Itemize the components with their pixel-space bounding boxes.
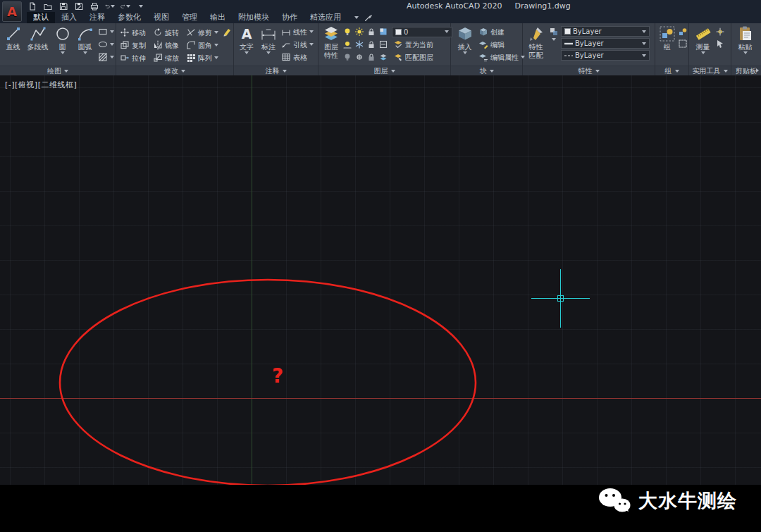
chevron-down-icon xyxy=(245,51,249,54)
lineweight-dropdown[interactable]: ByLayer xyxy=(561,38,650,49)
make-current-button[interactable]: 置为当前 xyxy=(392,38,435,51)
id-point-icon[interactable] xyxy=(715,27,725,37)
tab-manage[interactable]: 管理 xyxy=(175,12,204,23)
tool-table[interactable]: 表格 xyxy=(280,51,315,63)
undo-button[interactable] xyxy=(105,1,115,11)
tool-text[interactable]: A 文字 xyxy=(236,24,257,65)
tool-circle[interactable]: 圆 xyxy=(51,24,73,65)
tool-create-block[interactable]: 创建 xyxy=(477,25,526,38)
tool-polyline[interactable]: 多段线 xyxy=(25,24,51,65)
save-as-button[interactable] xyxy=(74,1,84,11)
tool-fillet[interactable]: 圆角 xyxy=(185,39,221,51)
tool-array[interactable]: 阵列 xyxy=(185,51,221,64)
layer-lock-icon[interactable] xyxy=(366,27,376,37)
panel-annotation-footer[interactable]: 注释 xyxy=(234,66,318,75)
tool-ellipse[interactable] xyxy=(97,38,116,51)
tool-layer-properties[interactable]: 图层 特性 xyxy=(321,24,342,65)
panel-label: 实用工具 xyxy=(693,66,721,76)
tool-move[interactable]: 移动 xyxy=(118,26,151,39)
panel-modify-footer[interactable]: 修改 xyxy=(116,66,233,75)
transparency-icon[interactable] xyxy=(549,27,559,37)
tab-view[interactable]: 视图 xyxy=(147,12,175,23)
match-layer-button[interactable]: 匹配图层 xyxy=(392,51,435,63)
panel-utilities-footer[interactable]: 实用工具 xyxy=(689,66,731,75)
quick-select-icon[interactable] xyxy=(715,39,725,49)
tool-edit-attributes[interactable]: 编辑属性 xyxy=(477,51,526,63)
layer-color-icon[interactable] xyxy=(378,27,388,37)
text-icon: A xyxy=(238,25,255,42)
tool-mirror[interactable]: 镜像 xyxy=(151,39,185,51)
tool-rotate[interactable]: 旋转 xyxy=(151,26,185,39)
stretch-icon xyxy=(120,53,130,63)
qat-customize-button[interactable] xyxy=(136,1,146,11)
tab-featured-apps[interactable]: 精选应用 xyxy=(304,12,347,23)
erase-icon[interactable] xyxy=(222,27,232,37)
tab-output[interactable]: 输出 xyxy=(204,12,232,23)
autocad-app-button[interactable]: A xyxy=(2,1,22,22)
ribbon-state-chevron-icon[interactable] xyxy=(354,16,359,19)
tool-group[interactable]: 组 xyxy=(657,24,677,65)
tool-label: 匹配图层 xyxy=(405,54,433,61)
new-file-button[interactable] xyxy=(27,1,37,11)
viewport-controls[interactable]: [-][俯视][二维线框] xyxy=(5,80,77,90)
tab-insert[interactable]: 插入 xyxy=(55,12,83,23)
panel-draw-footer[interactable]: 绘图 xyxy=(0,66,116,75)
tool-measure[interactable]: 测量 xyxy=(691,24,714,65)
layer-merge-icon[interactable] xyxy=(378,52,388,62)
layer-lock-fade-icon[interactable] xyxy=(366,52,376,62)
tool-leader[interactable]: 引线 xyxy=(280,38,315,51)
app-title: Autodesk AutoCAD 2020 xyxy=(407,1,502,11)
tool-line[interactable]: 直线 xyxy=(2,24,24,65)
object-color-dropdown[interactable]: ByLayer xyxy=(561,26,650,37)
layer-freeze-icon[interactable] xyxy=(354,39,364,49)
tool-hatch[interactable] xyxy=(97,51,116,63)
drawing-canvas[interactable]: ? [-][俯视][二维线框] xyxy=(0,75,761,485)
layer-fade-icon[interactable] xyxy=(354,52,364,62)
layer-unlock-icon[interactable] xyxy=(366,39,376,49)
ungroup-icon[interactable] xyxy=(678,27,688,37)
group-icon xyxy=(659,25,676,42)
tool-dimension[interactable]: 标注 xyxy=(258,24,279,65)
tool-scale[interactable]: 缩放 xyxy=(151,51,185,64)
layer-thaw-icon[interactable] xyxy=(354,27,364,37)
tool-insert-block[interactable]: 插入 xyxy=(453,24,476,65)
tool-label: 引线 xyxy=(293,41,307,49)
ribbon-overflow-arrow-icon[interactable] xyxy=(756,68,759,73)
tool-linear[interactable]: 线性 xyxy=(280,25,315,38)
tool-stretch[interactable]: 拉伸 xyxy=(118,51,151,64)
group-edit-icon[interactable] xyxy=(678,39,688,49)
drawn-ellipse[interactable] xyxy=(53,277,490,500)
panel-properties-footer[interactable]: 特性 xyxy=(523,66,655,75)
tool-copy[interactable]: 复制 xyxy=(118,39,151,51)
layer-walk-icon[interactable] xyxy=(378,39,388,49)
tab-annotate[interactable]: 注释 xyxy=(83,12,111,23)
save-button[interactable] xyxy=(58,1,68,11)
panel-groups-footer[interactable]: 组 xyxy=(655,66,688,75)
panel-block-footer[interactable]: 块 xyxy=(451,66,522,75)
tool-arc[interactable]: 圆弧 xyxy=(74,24,96,65)
layer-off-icon[interactable] xyxy=(342,27,352,37)
chevron-down-icon xyxy=(642,30,646,33)
tool-paste[interactable]: 粘贴 xyxy=(734,24,757,65)
chevron-down-icon xyxy=(110,30,114,33)
redo-button[interactable] xyxy=(120,1,130,11)
layer-isolate-icon[interactable] xyxy=(342,39,352,49)
layer-on-icon[interactable] xyxy=(342,52,352,62)
tool-label: 粘贴 xyxy=(738,43,753,51)
open-file-button[interactable] xyxy=(43,1,53,11)
tool-match-properties[interactable]: 特性 匹配 xyxy=(525,24,547,65)
tool-trim[interactable]: 修剪 xyxy=(185,26,221,39)
tool-label: 特性 xyxy=(529,43,543,51)
panel-layers-footer[interactable]: 图层 xyxy=(318,66,450,75)
linetype-dropdown[interactable]: ByLayer xyxy=(561,50,650,61)
ribbon-tools-icon[interactable] xyxy=(364,14,372,22)
tab-collaborate[interactable]: 协作 xyxy=(276,12,304,23)
tab-home[interactable]: 默认 xyxy=(27,12,55,23)
panel-label: 特性 xyxy=(579,66,593,76)
plot-button[interactable] xyxy=(89,1,99,11)
tab-parametric[interactable]: 参数化 xyxy=(111,12,147,23)
tool-edit-block[interactable]: 编辑 xyxy=(477,38,526,51)
layer-dropdown[interactable]: 0 xyxy=(392,27,452,37)
tool-rectangle[interactable] xyxy=(97,25,116,38)
tab-addins[interactable]: 附加模块 xyxy=(232,12,276,23)
